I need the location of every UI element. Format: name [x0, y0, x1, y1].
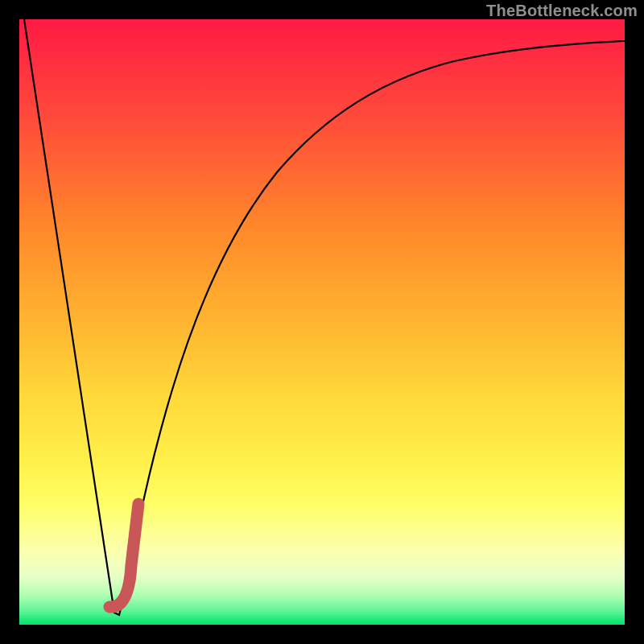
gradient-background — [19, 19, 625, 625]
chart-frame: TheBottleneck.com — [0, 0, 644, 644]
bottleneck-chart — [19, 19, 625, 625]
watermark-text: TheBottleneck.com — [486, 2, 638, 20]
